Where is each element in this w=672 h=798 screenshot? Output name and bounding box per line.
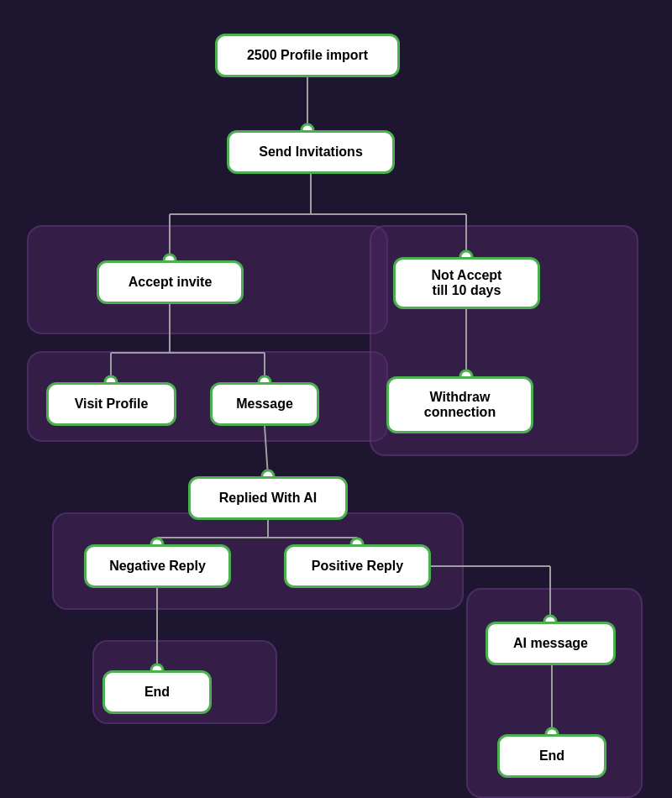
node-replied-with-ai[interactable]: Replied With AI bbox=[188, 476, 348, 520]
node-end2[interactable]: End bbox=[497, 734, 606, 778]
node-send-invitations[interactable]: Send Invitations bbox=[227, 130, 395, 174]
node-visit-profile[interactable]: Visit Profile bbox=[46, 382, 176, 426]
node-ai-message[interactable]: AI message bbox=[486, 622, 616, 665]
node-not-accept[interactable]: Not Accept till 10 days bbox=[393, 257, 540, 309]
node-message[interactable]: Message bbox=[210, 382, 319, 426]
node-negative-reply[interactable]: Negative Reply bbox=[84, 544, 231, 588]
node-accept-invite[interactable]: Accept invite bbox=[97, 260, 244, 304]
node-positive-reply[interactable]: Positive Reply bbox=[284, 544, 431, 588]
node-end1[interactable]: End bbox=[102, 670, 212, 714]
flowchart: 2500 Profile import Send Invitations Acc… bbox=[0, 0, 672, 798]
node-withdraw[interactable]: Withdraw connection bbox=[386, 376, 533, 433]
node-profile-import[interactable]: 2500 Profile import bbox=[215, 34, 400, 77]
